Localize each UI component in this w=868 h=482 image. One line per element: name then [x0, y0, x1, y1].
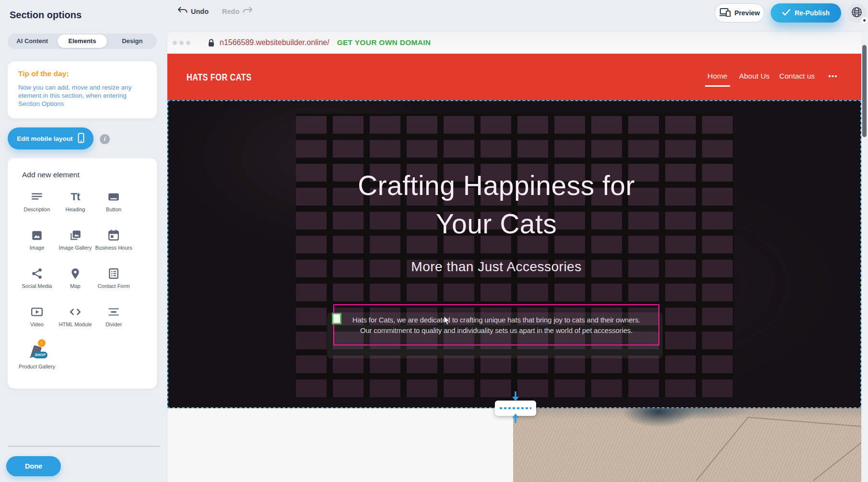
- element-map[interactable]: Map: [56, 266, 94, 305]
- add-element-card: Add new element Description Tt Heading B…: [8, 158, 157, 389]
- browser-chrome: n1566589.websitebuilder.online/ GET YOUR…: [167, 32, 861, 54]
- globe-icon: [851, 7, 862, 20]
- edit-mobile-label: Edit mobile layout: [17, 135, 72, 142]
- phone-icon: [78, 133, 84, 145]
- arrow-down-icon: [512, 391, 519, 405]
- next-section-floor-image[interactable]: [513, 408, 861, 482]
- element-button[interactable]: Button: [94, 190, 133, 228]
- hero-subheading[interactable]: More than Just Accessories: [328, 259, 664, 275]
- done-button[interactable]: Done: [6, 456, 61, 476]
- tip-card: Tip of the day: Now you can add, move an…: [8, 61, 157, 118]
- site-header[interactable]: HATS FOR CATS Home About Us Contact us •…: [167, 54, 861, 100]
- panel-title: Section options: [10, 10, 82, 21]
- resize-dotted-line: [500, 407, 531, 409]
- element-video[interactable]: Video: [18, 305, 56, 343]
- image-icon: [30, 228, 44, 242]
- nav-more-icon[interactable]: •••: [828, 72, 837, 80]
- add-element-title: Add new element: [22, 171, 80, 179]
- globe-status-badge: [861, 17, 868, 23]
- button-icon: [106, 190, 121, 204]
- description-icon: [30, 190, 44, 204]
- paragraph-drag-handle[interactable]: [332, 313, 341, 324]
- redo-icon: [243, 7, 253, 16]
- element-html-module[interactable]: HTML Module: [56, 305, 94, 343]
- upgrade-badge-icon: ↑: [38, 339, 46, 347]
- hero-heading[interactable]: Crafting Happiness for Your Cats: [328, 166, 664, 243]
- video-icon: [30, 305, 44, 319]
- tab-design[interactable]: Design: [108, 34, 157, 49]
- hero-paragraph[interactable]: Hats for Cats, we are dedicated to craft…: [328, 315, 664, 335]
- image-gallery-icon: [68, 228, 82, 242]
- check-icon: [782, 9, 790, 17]
- republish-button[interactable]: Re-Publish: [771, 3, 841, 23]
- language-globe-button[interactable]: [847, 3, 867, 23]
- devices-icon: [719, 8, 731, 18]
- html-module-icon: [68, 305, 82, 319]
- hero-section-selected[interactable]: Crafting Happiness for Your Cats More th…: [167, 100, 861, 408]
- undo-button[interactable]: Undo: [177, 7, 209, 16]
- scrollbar: [861, 32, 868, 482]
- element-heading[interactable]: Tt Heading: [56, 190, 94, 228]
- window-dot: [179, 41, 184, 45]
- arrow-up-icon: [512, 412, 519, 425]
- edit-mobile-layout-button[interactable]: Edit mobile layout: [8, 127, 94, 149]
- sidebar-divider: [8, 446, 160, 447]
- social-media-icon: [30, 266, 44, 281]
- element-grid: Description Tt Heading Button Image: [18, 190, 133, 381]
- section-options-panel: Section options AI Content Elements Desi…: [0, 0, 166, 482]
- tab-elements[interactable]: Elements: [58, 34, 106, 48]
- element-product-gallery[interactable]: ↑ SHOP Product Gallery: [18, 343, 56, 381]
- window-dot: [186, 41, 190, 45]
- site-preview-window: n1566589.websitebuilder.online/ GET YOUR…: [167, 32, 861, 482]
- history-controls: Undo Redo: [177, 7, 253, 16]
- info-icon[interactable]: i: [100, 134, 110, 144]
- heading-icon: Tt: [68, 190, 82, 204]
- shop-badge: SHOP: [33, 352, 47, 358]
- lock-icon: [208, 39, 215, 47]
- tip-title: Tip of the day:: [18, 69, 69, 78]
- tip-body: Now you can add, move and resize any ele…: [18, 83, 147, 108]
- tab-ai-content[interactable]: AI Content: [8, 34, 57, 49]
- next-section-left[interactable]: [167, 408, 513, 482]
- panel-tabs: AI Content Elements Design: [8, 34, 157, 49]
- element-social-media[interactable]: Social Media: [18, 266, 56, 305]
- redo-button[interactable]: Redo: [222, 7, 253, 16]
- section-resize-handle[interactable]: [495, 401, 536, 416]
- element-divider[interactable]: Divider: [94, 305, 133, 343]
- nav-contact-us[interactable]: Contact us: [779, 72, 815, 80]
- site-url[interactable]: n1566589.websitebuilder.online/: [220, 38, 329, 47]
- get-domain-link[interactable]: GET YOUR OWN DOMAIN: [337, 38, 431, 47]
- product-gallery-icon: ↑ SHOP: [27, 343, 47, 361]
- preview-button[interactable]: Preview: [715, 3, 764, 23]
- element-contact-form[interactable]: Contact Form: [94, 266, 133, 305]
- business-hours-icon: [106, 228, 121, 242]
- nav-home[interactable]: Home: [707, 72, 727, 80]
- divider-icon: [106, 305, 121, 319]
- window-dot: [173, 41, 177, 45]
- window-dots: [173, 41, 190, 45]
- scrollbar-thumb[interactable]: [862, 45, 867, 137]
- nav-about-us[interactable]: About Us: [739, 72, 770, 80]
- element-image[interactable]: Image: [18, 228, 56, 266]
- map-icon: [68, 266, 82, 281]
- undo-icon: [177, 7, 188, 16]
- element-image-gallery[interactable]: Image Gallery: [56, 228, 94, 266]
- contact-form-icon: [106, 266, 121, 281]
- site-logo[interactable]: HATS FOR CATS: [187, 71, 252, 83]
- element-business-hours[interactable]: Business Hours: [94, 228, 133, 266]
- element-description[interactable]: Description: [18, 190, 56, 228]
